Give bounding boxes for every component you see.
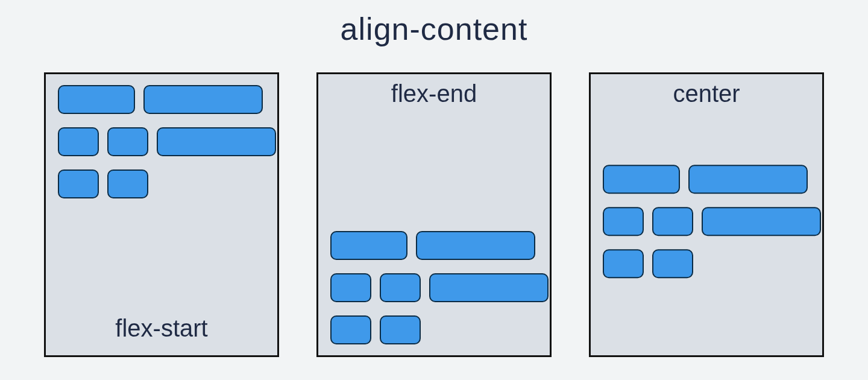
flex-item — [58, 169, 99, 198]
panel-label-flex-end: flex-end — [318, 80, 550, 107]
flex-item — [330, 315, 371, 344]
page-title: align-content — [0, 11, 868, 47]
flex-item — [603, 165, 680, 194]
flex-item — [603, 207, 644, 236]
panel-flex-end: flex-end — [316, 72, 552, 357]
flex-item — [652, 207, 693, 236]
flex-item — [330, 231, 407, 260]
panel-label-center: center — [591, 80, 822, 107]
panel-label-flex-start: flex-start — [46, 315, 277, 342]
flex-item — [107, 169, 148, 198]
flex-item — [143, 85, 263, 114]
row — [330, 273, 549, 302]
panel-flex-start: flex-start — [44, 72, 279, 357]
flex-item — [688, 165, 808, 194]
row — [603, 207, 821, 236]
flex-item — [652, 249, 693, 278]
flex-start-rows — [58, 85, 276, 198]
flex-item — [58, 85, 135, 114]
row — [58, 127, 276, 156]
flex-item — [380, 315, 421, 344]
row — [330, 315, 549, 344]
flex-item — [58, 127, 99, 156]
flex-item — [416, 231, 535, 260]
flex-item — [330, 273, 371, 302]
panel-center: center — [589, 72, 824, 357]
flex-item — [702, 207, 821, 236]
flex-end-rows — [330, 231, 549, 344]
row — [58, 85, 276, 114]
row — [58, 169, 276, 198]
flex-item — [429, 273, 549, 302]
flex-item — [603, 249, 644, 278]
row — [330, 231, 549, 260]
row — [603, 249, 821, 278]
panels-container: flex-start flex-end center — [0, 72, 868, 357]
center-rows — [603, 165, 821, 278]
flex-item — [380, 273, 421, 302]
flex-item — [157, 127, 276, 156]
flex-item — [107, 127, 148, 156]
row — [603, 165, 821, 194]
